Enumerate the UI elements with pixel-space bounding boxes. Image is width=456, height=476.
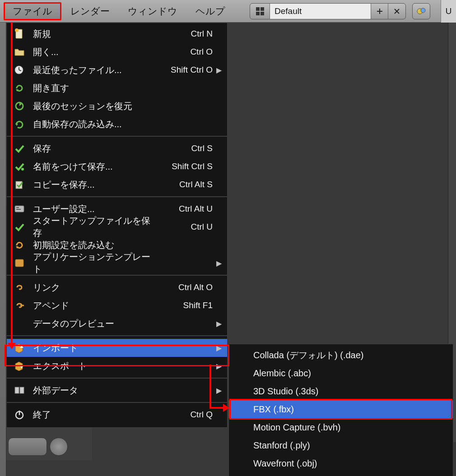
screen-layout-selector[interactable]: Default (250, 3, 406, 19)
save-copy-icon (12, 178, 27, 191)
layout-name[interactable]: Default (270, 4, 371, 19)
import-icon (12, 342, 27, 354)
menuitem-save-startup[interactable]: スタートアップファイルを保存 Ctrl U (7, 218, 227, 236)
scene-icon (413, 4, 430, 19)
menuitem-open-recent[interactable]: 最近使ったファイル... Shift Ctrl O ▶ (7, 61, 227, 79)
svg-rect-5 (377, 11, 382, 12)
svg-marker-18 (15, 124, 18, 126)
import-3ds[interactable]: 3D Studio (.3ds) (229, 382, 453, 400)
menuitem-data-preview[interactable]: データのプレビュー ▶ (7, 314, 227, 333)
menu-separator (7, 196, 227, 197)
svg-point-9 (421, 8, 425, 13)
import-fbx[interactable]: FBX (.fbx) (229, 400, 453, 418)
svg-rect-22 (16, 207, 19, 208)
file-menu-dropdown: 新規 Ctrl N 開く... Ctrl O 最近使ったファイル... Shif… (6, 23, 228, 428)
factory-reset-icon (12, 239, 27, 251)
import-ply[interactable]: Stanford (.ply) (229, 436, 453, 454)
menuitem-new[interactable]: 新規 Ctrl N (7, 25, 227, 43)
svg-rect-23 (16, 209, 21, 210)
menuitem-revert[interactable]: 開き直す (7, 79, 227, 97)
menu-separator (7, 402, 227, 403)
svg-point-19 (21, 168, 24, 171)
menuitem-export[interactable]: エクスポート ▶ (7, 357, 227, 375)
submenu-arrow-icon: ▶ (213, 66, 222, 74)
app-template-icon (12, 257, 27, 269)
menuitem-save-copy[interactable]: コピーを保存... Ctrl Alt S (7, 176, 227, 194)
recover-session-icon (12, 100, 27, 112)
menu-separator (7, 378, 227, 379)
power-icon (12, 408, 27, 421)
svg-rect-1 (261, 7, 264, 11)
left-gutter (0, 23, 6, 476)
prefs-icon (12, 203, 27, 215)
menuitem-open[interactable]: 開く... Ctrl O (7, 43, 227, 61)
submenu-arrow-icon: ▶ (213, 386, 222, 395)
menu-window[interactable]: ウィンドウ (119, 2, 186, 20)
save-check-icon (12, 142, 27, 155)
menuitem-recover-auto[interactable]: 自動保存の読み込み... (7, 115, 227, 133)
menuitem-import[interactable]: インポート ▶ (7, 339, 227, 357)
submenu-arrow-icon: ▶ (213, 259, 222, 268)
layout-grid-icon[interactable] (250, 4, 270, 19)
scene-selector[interactable] (412, 3, 430, 19)
import-bvh[interactable]: Motion Capture (.bvh) (229, 418, 453, 436)
svg-rect-2 (256, 12, 260, 15)
menu-file[interactable]: ファイル (4, 2, 61, 20)
menuitem-external-data[interactable]: 外部データ ▶ (7, 381, 227, 399)
menuitem-quit[interactable]: 終了 Ctrl Q (7, 406, 227, 424)
menu-separator (7, 136, 227, 137)
svg-point-11 (15, 28, 19, 32)
svg-rect-0 (256, 7, 260, 11)
pivot-selector[interactable] (50, 438, 68, 456)
import-submenu: Collada (デフォルト) (.dae) Alembic (.abc) 3D… (228, 344, 453, 476)
svg-rect-30 (20, 387, 24, 393)
top-menu-bar: ファイル レンダー ウィンドウ ヘルプ Default U (0, 0, 456, 23)
menuitem-recover-last[interactable]: 最後のセッションを復元 (7, 97, 227, 115)
right-truncated-label: U (441, 0, 456, 23)
submenu-arrow-icon: ▶ (213, 319, 222, 328)
save-as-icon (12, 160, 27, 173)
svg-rect-29 (15, 387, 19, 393)
submenu-arrow-icon: ▶ (213, 344, 222, 352)
import-alembic[interactable]: Alembic (.abc) (229, 364, 453, 382)
layout-delete-button[interactable] (388, 4, 405, 19)
external-data-icon (12, 384, 27, 397)
menuitem-link[interactable]: リンク Ctrl Alt O (7, 278, 227, 296)
append-icon (12, 299, 27, 312)
clock-folder-icon (12, 64, 27, 76)
link-icon (12, 281, 27, 294)
editor-type-selector[interactable] (8, 438, 47, 456)
menuitem-append[interactable]: アペンド Shift F1 (7, 296, 227, 314)
import-obj[interactable]: Wavefront (.obj) (229, 454, 453, 472)
export-icon (12, 360, 27, 372)
folder-open-icon (12, 46, 27, 58)
layout-add-button[interactable] (371, 4, 388, 19)
submenu-arrow-icon: ▶ (213, 362, 222, 370)
revert-icon (12, 82, 27, 94)
menuitem-save[interactable]: 保存 Ctrl S (7, 139, 227, 157)
menu-help[interactable]: ヘルプ (186, 2, 234, 20)
svg-rect-25 (15, 259, 23, 267)
menuitem-save-as[interactable]: 名前をつけて保存... Shift Ctrl S (7, 157, 227, 176)
menuitem-app-templates[interactable]: アプリケーションテンプレート ▶ (7, 254, 227, 272)
bottom-header-widgets (8, 438, 68, 456)
menu-render[interactable]: レンダー (61, 2, 119, 20)
file-new-icon (12, 28, 27, 40)
import-collada[interactable]: Collada (デフォルト) (.dae) (229, 346, 453, 364)
menu-separator (7, 335, 227, 336)
svg-rect-3 (261, 12, 264, 15)
recover-auto-icon (12, 118, 27, 130)
save-startup-icon (12, 221, 27, 233)
